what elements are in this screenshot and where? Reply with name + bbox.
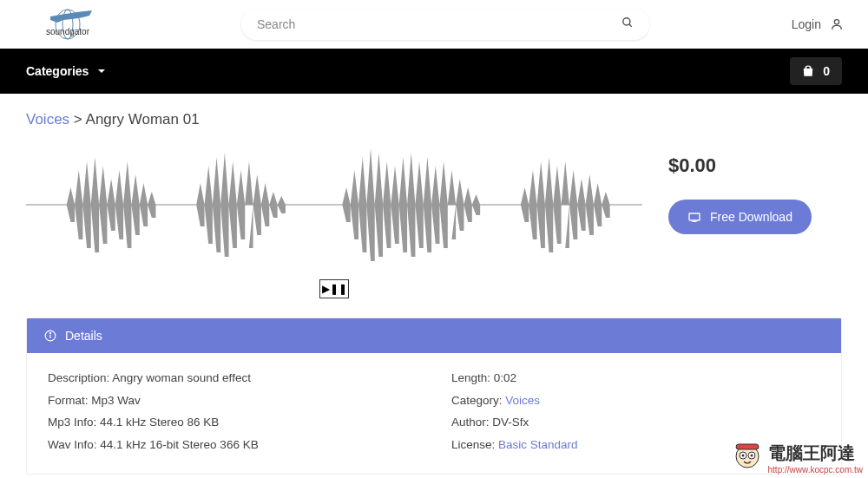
svg-line-4 bbox=[629, 24, 632, 27]
license-link[interactable]: Basic Standard bbox=[498, 438, 578, 451]
search-icon[interactable] bbox=[621, 16, 634, 32]
details-header: Details bbox=[27, 318, 841, 353]
user-icon bbox=[830, 17, 844, 31]
svg-point-3 bbox=[623, 18, 630, 25]
bag-icon bbox=[802, 65, 814, 77]
svg-rect-17 bbox=[736, 444, 759, 449]
content: Voices > Angry Woman 01 bbox=[0, 94, 868, 475]
download-button[interactable]: Free Download bbox=[668, 200, 812, 234]
mp3-label: Mp3 Info: bbox=[48, 416, 96, 429]
svg-text:soundgator: soundgator bbox=[46, 27, 90, 36]
author-value: DV-Sfx bbox=[492, 416, 529, 429]
waveform-column: ▶❚❚ bbox=[26, 135, 642, 298]
details-panel: Details Description: Angry woman sound e… bbox=[26, 318, 842, 475]
main-row: ▶❚❚ $0.00 Free Download bbox=[26, 135, 842, 298]
svg-point-11 bbox=[49, 333, 50, 334]
svg-rect-7 bbox=[689, 213, 700, 220]
wav-value: 44.1 kHz 16-bit Stereo 366 KB bbox=[100, 438, 258, 451]
price: $0.00 bbox=[668, 154, 842, 177]
search-box bbox=[241, 9, 649, 40]
svg-point-16 bbox=[750, 455, 753, 457]
topbar: soundgator Login bbox=[0, 0, 868, 49]
details-left: Description: Angry woman sound effect Fo… bbox=[48, 367, 417, 456]
details-title: Details bbox=[65, 329, 102, 343]
gator-logo-icon: soundgator bbox=[24, 7, 111, 42]
mp3-value: 44.1 kHz Stereo 86 KB bbox=[100, 416, 219, 429]
waveform-svg bbox=[26, 135, 642, 274]
svg-point-15 bbox=[741, 455, 744, 457]
license-label: License: bbox=[451, 438, 495, 451]
categories-menu[interactable]: Categories bbox=[26, 64, 106, 78]
breadcrumb: Voices > Angry Woman 01 bbox=[26, 111, 842, 128]
watermark-url: http://www.kocpc.com.tw bbox=[768, 465, 863, 475]
svg-point-5 bbox=[834, 20, 838, 24]
category-link[interactable]: Voices bbox=[505, 394, 540, 407]
mascot-icon bbox=[732, 442, 763, 474]
watermark: 電腦王阿達 http://www.kocpc.com.tw bbox=[732, 442, 863, 475]
page-title: Angry Woman 01 bbox=[86, 111, 200, 128]
format-label: Format: bbox=[48, 394, 89, 407]
cart-count: 0 bbox=[823, 64, 830, 78]
details-body: Description: Angry woman sound effect Fo… bbox=[27, 353, 841, 474]
login-label: Login bbox=[792, 17, 821, 31]
wav-label: Wav Info: bbox=[48, 438, 97, 451]
format-value: Mp3 Wav bbox=[91, 394, 141, 407]
watermark-title: 電腦王阿達 bbox=[768, 442, 863, 465]
category-label: Category: bbox=[451, 394, 503, 407]
desc-value: Angry woman sound effect bbox=[112, 371, 251, 384]
breadcrumb-sep: > bbox=[74, 111, 82, 128]
author-label: Author: bbox=[451, 416, 490, 429]
desc-label: Description: bbox=[48, 371, 109, 384]
waveform[interactable] bbox=[26, 135, 642, 274]
categories-label: Categories bbox=[26, 64, 89, 78]
play-pause-button[interactable]: ▶❚❚ bbox=[319, 279, 349, 298]
search-input[interactable] bbox=[241, 9, 649, 40]
logo[interactable]: soundgator bbox=[24, 7, 111, 42]
cart-button[interactable]: 0 bbox=[790, 57, 842, 85]
download-icon bbox=[687, 211, 701, 223]
breadcrumb-category-link[interactable]: Voices bbox=[26, 111, 69, 128]
length-value: 0:02 bbox=[494, 371, 516, 384]
info-icon bbox=[44, 330, 56, 342]
login-link[interactable]: Login bbox=[792, 17, 844, 31]
chevron-down-icon bbox=[97, 67, 106, 75]
length-label: Length: bbox=[451, 371, 490, 384]
navbar: Categories 0 bbox=[0, 49, 868, 94]
price-column: $0.00 Free Download bbox=[668, 135, 842, 298]
download-label: Free Download bbox=[710, 210, 792, 224]
